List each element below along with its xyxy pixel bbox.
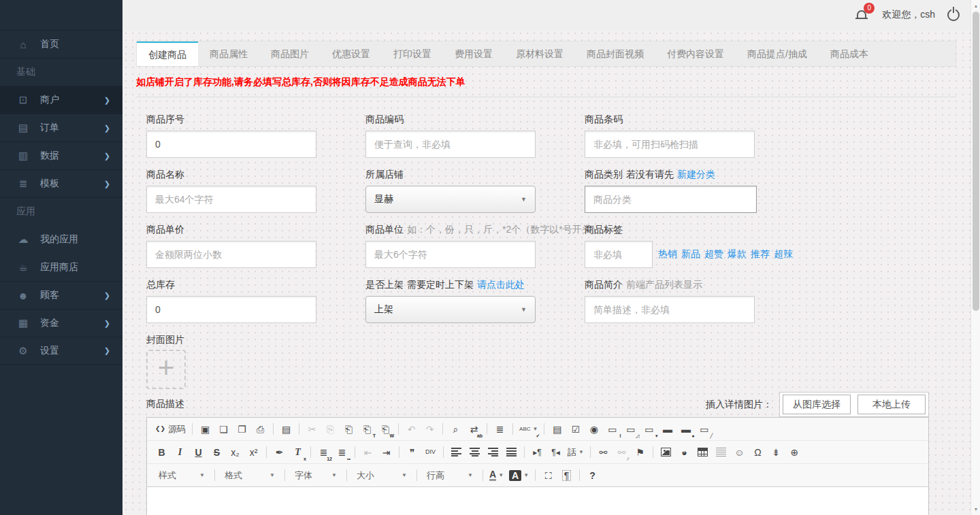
tab-费用设置[interactable]: 费用设置 — [443, 41, 504, 66]
new-page-button[interactable]: ❏ — [215, 420, 232, 437]
textarea-button[interactable]: ▭◿ — [622, 420, 639, 437]
anchor-button[interactable]: ⚑ — [632, 444, 649, 461]
code-input[interactable] — [365, 131, 536, 158]
bold-button[interactable]: B — [153, 444, 170, 461]
editor-content[interactable] — [147, 487, 928, 515]
schedule-shelf-link[interactable]: 请点击此处 — [477, 279, 525, 291]
iframe-button[interactable]: ⊕ — [786, 444, 803, 461]
horizontal-rule-button[interactable] — [713, 444, 730, 461]
styles-dropdown[interactable]: 样式▼ — [154, 467, 210, 484]
smiley-button[interactable]: ☺ — [731, 444, 748, 461]
bidi-ltr-button[interactable]: ▸¶ — [529, 444, 546, 461]
text-field-button[interactable]: ▭I — [604, 420, 621, 437]
scroll-down-icon[interactable]: ▼ — [971, 507, 980, 512]
tag-link-超赞[interactable]: 超赞 — [704, 248, 723, 261]
paste-text-button[interactable]: ⎗T — [359, 420, 376, 437]
tab-商品封面视频[interactable]: 商品封面视频 — [575, 41, 655, 66]
language-button[interactable]: 話▼ — [566, 444, 586, 461]
tab-商品成本[interactable]: 商品成本 — [819, 41, 880, 66]
image-button-button[interactable]: ▬● — [677, 420, 694, 437]
align-left-button[interactable] — [448, 444, 465, 461]
sidebar-item-首页[interactable]: ⌂首页 — [0, 30, 122, 58]
image-button[interactable] — [657, 444, 674, 461]
paste-word-button[interactable]: ⎗W — [377, 420, 394, 437]
print-button[interactable]: ⎙ — [252, 420, 269, 437]
intro-input[interactable] — [585, 296, 755, 323]
font-dropdown[interactable]: 字体▼ — [290, 467, 342, 484]
tag-link-推荐[interactable]: 推荐 — [751, 248, 770, 261]
scroll-up-icon[interactable]: ▲ — [971, 3, 980, 8]
text-color-button[interactable]: A▼ — [487, 467, 506, 484]
div-container-button[interactable]: DIV — [422, 444, 439, 461]
cover-upload-button[interactable]: + — [146, 350, 186, 389]
tab-优惠设置[interactable]: 优惠设置 — [321, 41, 382, 66]
unit-input[interactable] — [365, 241, 536, 268]
templates-button[interactable]: ▤ — [278, 420, 295, 437]
superscript-button[interactable]: x² — [245, 444, 262, 461]
sidebar-item-应用商店[interactable]: ☕应用商店 — [0, 253, 122, 281]
form-button[interactable]: ▤ — [549, 420, 566, 437]
category-input[interactable] — [585, 186, 757, 213]
new-category-link[interactable]: 新建分类 — [677, 169, 715, 181]
sidebar-item-顾客[interactable]: ☻顾客❯ — [0, 281, 122, 309]
sidebar-item-数据[interactable]: ▥数据❯ — [0, 142, 122, 169]
source-button[interactable]: ❮❯源码 — [153, 420, 188, 437]
tab-商品提点/抽成[interactable]: 商品提点/抽成 — [736, 41, 819, 66]
replace-button[interactable]: ⇄ab — [466, 420, 483, 437]
local-upload-button[interactable]: 本地上传 — [858, 395, 926, 414]
sidebar-item-订单[interactable]: ▤订单❯ — [0, 114, 122, 142]
align-right-button[interactable] — [485, 444, 502, 461]
page-scrollbar[interactable]: ▲ ▼ — [970, 0, 980, 515]
table-button[interactable] — [694, 444, 711, 461]
italic-button[interactable]: I — [172, 444, 189, 461]
tab-打印设置[interactable]: 打印设置 — [382, 41, 443, 66]
show-blocks-button[interactable]: ¶ — [558, 467, 575, 484]
paste-button[interactable]: ⎗ — [340, 420, 357, 437]
remove-format-button[interactable]: Tx — [289, 444, 306, 461]
tab-创建商品[interactable]: 创建商品 — [137, 41, 198, 66]
line-height-dropdown[interactable]: 行高▼ — [422, 467, 478, 484]
preview-button[interactable]: ❐ — [233, 420, 250, 437]
bidi-rtl-button[interactable]: ¶◂ — [547, 444, 564, 461]
radio-button[interactable]: ◉ — [585, 420, 602, 437]
select-all-button[interactable]: ≣ — [491, 420, 508, 437]
find-button[interactable]: ⌕ — [447, 420, 464, 437]
tag-link-超辣[interactable]: 超辣 — [774, 248, 793, 261]
align-center-button[interactable] — [466, 444, 483, 461]
stock-input[interactable] — [146, 296, 316, 323]
tab-商品图片[interactable]: 商品图片 — [259, 41, 321, 66]
name-input[interactable] — [146, 186, 316, 213]
flash-button[interactable]: ●⚡ — [676, 444, 693, 461]
gallery-select-button[interactable]: 从图库选择 — [783, 395, 851, 414]
select-field-button[interactable]: ▭▾ — [640, 420, 657, 437]
blockquote-button[interactable]: ❞ — [404, 444, 421, 461]
checkbox-button[interactable]: ☑ — [567, 420, 584, 437]
tab-付费内容设置[interactable]: 付费内容设置 — [655, 41, 736, 66]
special-char-button[interactable]: Ω — [749, 444, 766, 461]
underline-button[interactable]: U — [190, 444, 207, 461]
bg-color-button[interactable]: A▼ — [507, 467, 531, 484]
scrollbar-thumb[interactable] — [973, 12, 979, 311]
sidebar-item-模板[interactable]: ≣模板❯ — [0, 169, 122, 197]
numbered-list-button[interactable]: ≣12 — [315, 444, 332, 461]
tag-link-新品[interactable]: 新品 — [681, 248, 700, 261]
copy-format-button[interactable]: ✒ — [271, 444, 288, 461]
logout-power-icon[interactable] — [947, 9, 960, 21]
button-field-button[interactable]: ▬ — [659, 420, 676, 437]
size-dropdown[interactable]: 大小▼ — [352, 467, 412, 484]
barcode-input[interactable] — [585, 131, 755, 158]
sidebar-item-设置[interactable]: ⚙设置❯ — [0, 337, 122, 365]
sidebar-item-我的应用[interactable]: ☁我的应用 — [0, 225, 122, 253]
shelf-select[interactable]: 上架 ▼ — [365, 296, 536, 323]
align-justify-button[interactable] — [503, 444, 520, 461]
maximize-button[interactable]: ⛶ — [540, 467, 557, 484]
page-break-button[interactable]: ⇟ — [768, 444, 785, 461]
hidden-field-button[interactable]: ▭╱ — [696, 420, 713, 437]
save-button[interactable]: ▣ — [197, 420, 214, 437]
tag-link-爆款[interactable]: 爆款 — [728, 248, 747, 261]
indent-button[interactable]: ⇥ — [378, 444, 395, 461]
tab-商品属性[interactable]: 商品属性 — [198, 41, 259, 66]
spellcheck-button[interactable]: ABC✔▼ — [517, 420, 540, 437]
serial-input[interactable] — [146, 131, 316, 158]
price-input[interactable] — [146, 241, 316, 268]
